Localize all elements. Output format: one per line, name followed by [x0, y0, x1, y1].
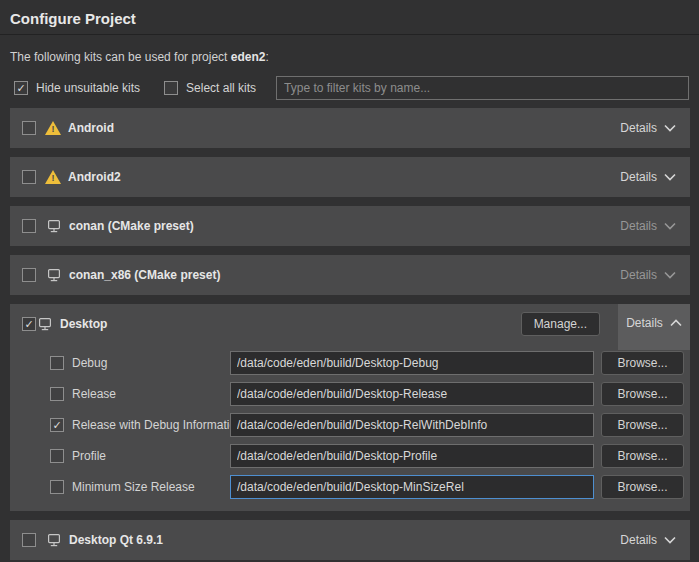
hide-unsuitable-checkbox[interactable] — [14, 81, 28, 95]
build-config-row-release: Release Browse... — [50, 382, 684, 406]
kit-checkbox[interactable] — [22, 317, 36, 331]
browse-button[interactable]: Browse... — [601, 475, 684, 499]
chevron-down-icon — [664, 124, 676, 132]
kit-checkbox[interactable] — [22, 121, 36, 135]
kit-name: Android2 — [68, 170, 121, 184]
kit-row-desktop[interactable]: Desktop Manage... — [10, 304, 690, 344]
chevron-down-icon — [664, 173, 676, 181]
kit-name: Desktop — [60, 317, 107, 331]
build-path-input-focused[interactable] — [230, 475, 594, 499]
details-label: Details — [620, 268, 657, 282]
details-label: Details — [620, 121, 657, 135]
monitor-icon — [45, 532, 62, 548]
select-all-checkbox[interactable] — [164, 81, 178, 95]
warning-icon: ! — [45, 170, 61, 184]
intro-text: The following kits can be used for proje… — [10, 50, 689, 64]
details-toggle[interactable]: Details — [620, 219, 676, 233]
chevron-down-icon — [664, 536, 676, 544]
select-all-label[interactable]: Select all kits — [186, 81, 256, 95]
details-toggle[interactable]: Details — [620, 533, 676, 547]
details-toggle[interactable]: Details — [620, 121, 676, 135]
kit-name: conan_x86 (CMake preset) — [69, 268, 220, 282]
build-path-input[interactable] — [230, 413, 594, 437]
chevron-up-icon — [670, 319, 682, 327]
details-control[interactable]: Details — [626, 316, 682, 330]
kit-checkbox[interactable] — [22, 170, 36, 184]
config-label: Release — [72, 387, 230, 401]
browse-button[interactable]: Browse... — [601, 444, 684, 468]
build-path-input[interactable] — [230, 351, 594, 375]
details-toggle-expanded[interactable]: Details — [618, 304, 690, 350]
details-toggle[interactable]: Details — [620, 170, 676, 184]
details-label: Details — [620, 219, 657, 233]
build-path-input[interactable] — [230, 382, 594, 406]
details-label: Details — [626, 316, 663, 330]
config-label: Release with Debug Information — [72, 418, 230, 432]
config-checkbox[interactable] — [50, 387, 64, 401]
browse-button[interactable]: Browse... — [601, 413, 684, 437]
kit-row-android2[interactable]: ! Android2 Details — [10, 157, 690, 197]
build-config-row-minsizerel: Minimum Size Release Browse... — [50, 475, 684, 499]
details-label: Details — [620, 170, 657, 184]
config-label: Debug — [72, 356, 230, 370]
config-checkbox[interactable] — [50, 356, 64, 370]
build-path-input[interactable] — [230, 444, 594, 468]
monitor-icon — [36, 316, 53, 332]
page-title: Configure Project — [10, 10, 689, 27]
config-label: Profile — [72, 449, 230, 463]
kit-section-desktop: Details Desktop Manage... Debug Browse..… — [10, 304, 690, 511]
kit-checkbox[interactable] — [22, 533, 36, 547]
config-checkbox[interactable] — [50, 449, 64, 463]
intro-text-after: : — [265, 50, 268, 64]
build-config-row-profile: Profile Browse... — [50, 444, 684, 468]
kit-row-desktop-qt[interactable]: Desktop Qt 6.9.1 Details — [10, 520, 690, 560]
warning-icon: ! — [45, 121, 61, 135]
build-config-row-debug: Debug Browse... — [50, 351, 684, 375]
chevron-down-icon — [664, 222, 676, 230]
build-config-row-relwithdebinfo: Release with Debug Information Browse... — [50, 413, 684, 437]
kit-filter-input[interactable] — [276, 76, 689, 100]
browse-button[interactable]: Browse... — [601, 382, 684, 406]
title-bar: Configure Project — [0, 0, 699, 35]
kit-name: conan (CMake preset) — [69, 219, 194, 233]
project-name: eden2 — [231, 50, 266, 64]
kit-name: Desktop Qt 6.9.1 — [69, 533, 163, 547]
chevron-down-icon — [664, 271, 676, 279]
config-checkbox[interactable] — [50, 480, 64, 494]
kit-checkbox[interactable] — [22, 219, 36, 233]
filter-controls: Hide unsuitable kits Select all kits — [14, 76, 689, 100]
monitor-icon — [45, 267, 62, 283]
kit-name: Android — [68, 121, 114, 135]
hide-unsuitable-label[interactable]: Hide unsuitable kits — [36, 81, 140, 95]
manage-button[interactable]: Manage... — [521, 312, 600, 336]
kit-checkbox[interactable] — [22, 268, 36, 282]
kit-list: ! Android Details ! Android2 Details con… — [10, 108, 690, 560]
config-label: Minimum Size Release — [72, 480, 230, 494]
kit-row-conan[interactable]: conan (CMake preset) Details — [10, 206, 690, 246]
monitor-icon — [45, 218, 62, 234]
kit-row-android[interactable]: ! Android Details — [10, 108, 690, 148]
intro-text-before: The following kits can be used for proje… — [10, 50, 231, 64]
details-toggle[interactable]: Details — [620, 268, 676, 282]
kit-row-conan-x86[interactable]: conan_x86 (CMake preset) Details — [10, 255, 690, 295]
details-label: Details — [620, 533, 657, 547]
config-checkbox[interactable] — [50, 418, 64, 432]
browse-button[interactable]: Browse... — [601, 351, 684, 375]
